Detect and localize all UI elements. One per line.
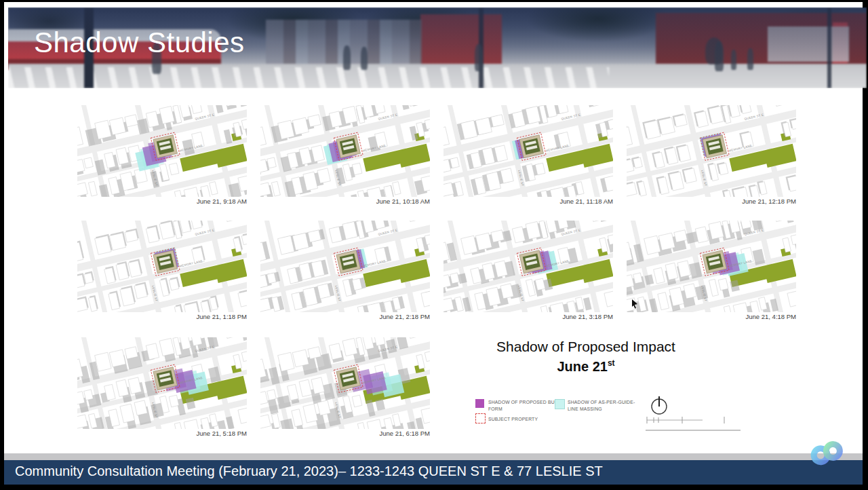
presentation-slide: Shadow Studies QUEEN ST EMEMORY LANELESL…: [4, 2, 863, 485]
tile-caption: June 21, 3:18 PM: [443, 313, 613, 320]
panel-title: Shadow of Proposed Impact: [450, 339, 722, 355]
shadow-study-tile: QUEEN ST EMEMORY LANELESLIE ST June 21, …: [77, 221, 247, 322]
page-title: Shadow Studies: [34, 26, 245, 59]
legend-label: SHADOW OF PROPOSED BUILT FORM: [488, 399, 564, 413]
shadow-map: QUEEN ST EMEMORY LANELESLIE ST: [627, 221, 796, 312]
shadow-map: QUEEN ST EMEMORY LANELESLIE ST: [260, 105, 430, 197]
legend-label: SUBJECT PROPERTY: [488, 416, 564, 423]
shadow-study-tile: QUEEN ST EMEMORY LANELESLIE ST June 21, …: [627, 105, 796, 207]
meeting-shared-screen: Shadow Studies QUEEN ST EMEMORY LANELESL…: [0, 0, 868, 490]
panel-subtitle: June 21st: [450, 358, 722, 375]
tile-caption: June 21, 9:18 AM: [77, 197, 247, 205]
shadow-map: QUEEN ST EMEMORY LANELESLIE ST: [77, 337, 247, 429]
panel-subtitle-date: June 21: [557, 359, 607, 374]
legend-red-dashed-swatch: [475, 413, 486, 423]
shadow-map: QUEEN ST EMEMORY LANELESLIE ST: [260, 221, 430, 312]
mouse-cursor: [631, 299, 639, 309]
shadow-map: QUEEN ST EMEMORY LANELESLIE ST: [443, 105, 613, 197]
legend-cyan-swatch: [555, 399, 565, 409]
shadow-study-tile: QUEEN ST EMEMORY LANELESLIE ST June 21, …: [443, 221, 613, 322]
tile-caption: June 21, 12:18 PM: [627, 197, 796, 205]
tile-caption: June 21, 11:18 AM: [443, 197, 613, 205]
shadow-study-tile: QUEEN ST EMEMORY LANELESLIE ST June 21, …: [260, 105, 430, 207]
shadow-study-tile: QUEEN ST EMEMORY LANELESLIE ST June 21, …: [443, 105, 613, 207]
shadow-study-tile: QUEEN ST EMEMORY LANELESLIE ST June 21, …: [260, 221, 430, 322]
tile-caption: June 21, 5:18 PM: [77, 430, 247, 437]
footer-text: Community Consultation Meeting (February…: [15, 464, 603, 479]
tile-caption: June 21, 4:18 PM: [627, 313, 796, 320]
shadow-study-tile: QUEEN ST EMEMORY LANELESLIE ST June 21, …: [260, 337, 430, 439]
tile-caption: June 21, 6:18 PM: [260, 430, 430, 437]
shadow-study-tile: QUEEN ST EMEMORY LANELESLIE ST June 21, …: [77, 105, 247, 207]
legend-magenta-swatch: [475, 399, 484, 408]
banner: Shadow Studies: [8, 7, 867, 88]
shadow-map: QUEEN ST EMEMORY LANELESLIE ST: [77, 105, 247, 197]
shadow-map: QUEEN ST EMEMORY LANELESLIE ST: [77, 221, 247, 312]
legend-label: SHADOW OF AS-PER-GUIDE-LINE MASSING: [568, 399, 644, 413]
shadow-study-tile: QUEEN ST EMEMORY LANELESLIE ST June 21, …: [77, 337, 247, 439]
webex-logo: [808, 436, 846, 470]
bottom-gray-strip: [4, 453, 863, 460]
shadow-map: QUEEN ST EMEMORY LANELESLIE ST: [260, 337, 430, 429]
shadow-study-tile: QUEEN ST EMEMORY LANELESLIE ST June 21, …: [627, 221, 796, 322]
shadow-map: QUEEN ST EMEMORY LANELESLIE ST: [443, 221, 613, 312]
tile-caption: June 21, 10:18 AM: [260, 197, 430, 205]
tile-caption: June 21, 1:18 PM: [77, 313, 247, 320]
panel-subtitle-ordinal: st: [608, 358, 615, 368]
tile-caption: June 21, 2:18 PM: [260, 313, 430, 320]
footer-bar: Community Consultation Meeting (February…: [4, 460, 863, 485]
shadow-map: QUEEN ST EMEMORY LANELESLIE ST: [627, 105, 796, 197]
scale-bar: [644, 413, 742, 434]
